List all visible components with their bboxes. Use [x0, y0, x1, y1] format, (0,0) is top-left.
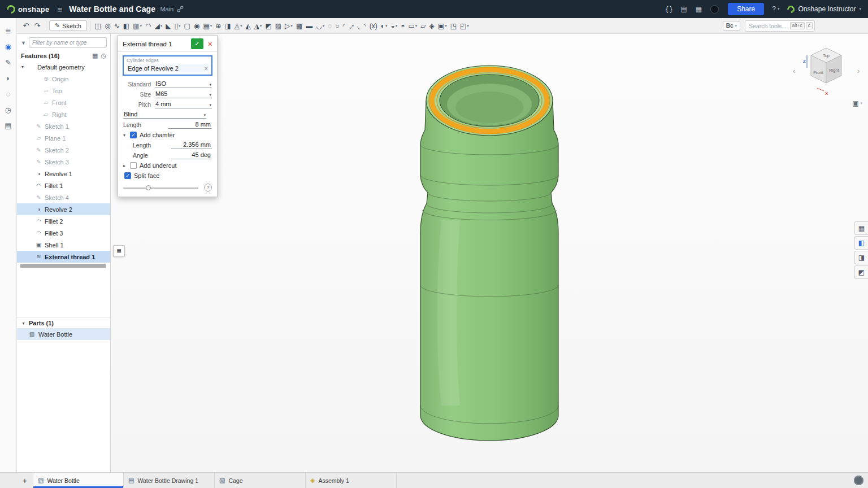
redo-button[interactable]: ↷ — [32, 20, 43, 32]
feature-list-scrollbar[interactable] — [20, 264, 106, 268]
add-undercut-checkbox[interactable] — [130, 162, 137, 169]
measure-icon[interactable]: ▱ — [419, 19, 427, 33]
workspace-name[interactable]: Main — [160, 6, 173, 12]
fill-surface-icon[interactable]: ▨ — [274, 19, 283, 33]
dialog-titlebar[interactable]: External thread 1 ✓ × — [118, 36, 217, 52]
bottle-model[interactable] — [420, 66, 558, 441]
feature-item-fillet-3[interactable]: ◠Fillet 3 — [17, 227, 110, 239]
named-views-icon[interactable]: ◰▾ — [458, 19, 471, 33]
delete-face-icon[interactable]: ▬ — [304, 19, 314, 33]
move-face-icon[interactable]: ▷▾ — [283, 19, 294, 33]
feature-item-external-thread-1[interactable]: ≋External thread 1 — [17, 251, 110, 263]
length-input[interactable]: 8 mm — [168, 121, 212, 129]
add-tab-button[interactable]: + — [17, 473, 33, 488]
notes-icon[interactable]: ▤ — [1, 117, 16, 133]
thicken-icon[interactable]: ▥▾ — [131, 19, 144, 33]
feature-item-plane-1[interactable]: ▱Plane 1 — [17, 132, 110, 144]
cancel-button[interactable]: × — [208, 40, 212, 48]
assistant-badge[interactable] — [854, 476, 863, 485]
graphics-viewport[interactable]: External thread 1 ✓ × Cylinder edges Edg… — [111, 34, 868, 472]
boolean-icon[interactable]: ◬▾ — [233, 19, 244, 33]
feature-item-fillet-1[interactable]: ◠Fillet 1 — [17, 180, 110, 191]
feature-item-sketch-3[interactable]: ✎Sketch 3 — [17, 156, 110, 168]
tab-assembly-1[interactable]: ◈Assembly 1 — [306, 473, 397, 488]
modify-fillet-icon[interactable]: ◡▾ — [314, 19, 326, 33]
tab-water-bottle-drawing-1[interactable]: ▤Water Bottle Drawing 1 — [124, 473, 215, 488]
chamfer-length-input[interactable]: 2.356 mm — [171, 141, 212, 149]
rib-icon[interactable]: ▯▾ — [172, 19, 182, 33]
user-menu[interactable]: Onshape Instructor ▾ — [787, 5, 861, 13]
split-icon[interactable]: ◭ — [244, 19, 252, 33]
part-item-water-bottle[interactable]: ▧Water Bottle — [17, 328, 110, 340]
confirm-button[interactable]: ✓ — [191, 38, 203, 49]
expander-icon[interactable]: ▾ — [20, 64, 25, 69]
revolve-icon[interactable]: ◎ — [103, 19, 112, 33]
section-view-icon[interactable]: ◨ — [854, 251, 868, 264]
parts-header[interactable]: ▾ Parts (1) — [17, 317, 110, 328]
assembly-context-icon[interactable]: ◈ — [428, 19, 436, 33]
loft-icon[interactable]: ◧ — [121, 19, 131, 33]
link-icon[interactable] — [177, 6, 184, 12]
feature-list-icon[interactable]: ≣ — [1, 23, 16, 38]
chamfer-icon[interactable]: ◢▾ — [153, 19, 164, 33]
feature-item-default-geometry[interactable]: ▾Default geometry — [17, 61, 110, 73]
remove-selection-icon[interactable]: × — [205, 65, 208, 72]
feature-item-sketch-2[interactable]: ✎Sketch 2 — [17, 144, 110, 156]
learning-badge-icon[interactable] — [710, 5, 719, 14]
appearance-icon[interactable]: ▣▾ — [436, 19, 449, 33]
add-chamfer-checkbox[interactable]: ✓ — [130, 132, 137, 138]
feature-item-fillet-2[interactable]: ◠Fillet 2 — [17, 215, 110, 227]
create-folder-icon[interactable]: ▦ — [92, 52, 98, 59]
history-icon[interactable]: ◷ — [1, 102, 16, 117]
feature-item-origin[interactable]: ⊕Origin — [17, 73, 110, 85]
tab-cage[interactable]: ▧Cage — [215, 473, 306, 488]
split-face-checkbox[interactable]: ✓ — [124, 172, 131, 179]
view-settings-icon[interactable]: ◧ — [854, 236, 868, 250]
expander-icon[interactable]: ▾ — [123, 133, 129, 138]
bridging-curve-icon[interactable]: ◝ — [362, 19, 368, 33]
projected-curve-icon[interactable]: ◟ — [355, 19, 362, 33]
feature-item-shell-1[interactable]: ▣Shell 1 — [17, 239, 110, 251]
rollback-history-icon[interactable]: ◷ — [101, 52, 106, 59]
slider-thumb[interactable] — [146, 185, 151, 190]
help-menu[interactable]: ? ▾ — [772, 5, 779, 13]
feature-item-front[interactable]: ▱Front — [17, 97, 110, 108]
transform-icon[interactable]: ◮▾ — [253, 19, 264, 33]
opacity-slider[interactable] — [123, 184, 198, 191]
linear-pattern-icon[interactable]: ▦▾ — [201, 19, 214, 33]
rotate-left-icon[interactable]: ‹ — [793, 67, 795, 75]
flange-icon[interactable]: ◓ — [399, 19, 406, 33]
point-icon[interactable]: ○ — [333, 19, 341, 33]
selection-item[interactable]: Edge of Revolve 2 × — [127, 64, 209, 72]
sheet-metal-icon[interactable]: ◒▾ — [389, 19, 399, 33]
feature-item-top[interactable]: ▱Top — [17, 85, 110, 97]
document-menu-icon[interactable]: ≡ — [58, 5, 63, 14]
chamfer-angle-input[interactable]: 45 deg — [171, 151, 212, 159]
cylinder-edges-selection-box[interactable]: Cylinder edges Edge of Revolve 2 × — [123, 55, 212, 76]
onshape-logo[interactable]: onshape — [7, 5, 50, 14]
mirror-icon[interactable]: ◨ — [223, 19, 232, 33]
standard-select[interactable]: ISO ▾ — [155, 80, 212, 88]
undo-button[interactable]: ↶ — [20, 20, 32, 32]
pitch-select[interactable]: 4 mm ▾ — [155, 101, 212, 108]
follow-mode-icon[interactable]: ◉ — [1, 38, 16, 54]
app-store-icon[interactable]: ▦ — [696, 5, 702, 13]
fillet-icon[interactable]: ◠ — [144, 19, 153, 33]
feature-list-toggle[interactable]: ≣ — [113, 245, 125, 257]
replace-face-icon[interactable]: ▩ — [294, 19, 304, 33]
end-type-select[interactable]: Blind ▾ — [123, 111, 206, 119]
integrations-icon[interactable]: ◌ — [1, 86, 16, 102]
hole-icon[interactable]: ◉ — [192, 19, 201, 33]
view-cube[interactable]: ‹ › Top Front Right Z X — [791, 38, 863, 107]
measure-panel-icon[interactable]: ◩ — [854, 265, 868, 279]
extrude-icon[interactable]: ◫ — [93, 19, 103, 33]
circular-pattern-icon[interactable]: ⊕ — [214, 19, 223, 33]
feature-item-right[interactable]: ▱Right — [17, 108, 110, 120]
dialog-help-button[interactable]: ? — [204, 184, 212, 191]
feature-item-sketch-1[interactable]: ✎Sketch 1 — [17, 120, 110, 132]
edit-appearance-icon[interactable]: ✎ — [1, 54, 16, 70]
curve-icon[interactable]: ◜ — [341, 19, 348, 33]
configurations-icon[interactable]: ◳ — [449, 19, 458, 33]
filter-input[interactable] — [29, 37, 107, 48]
featurescript-icon[interactable]: { } — [666, 5, 672, 13]
